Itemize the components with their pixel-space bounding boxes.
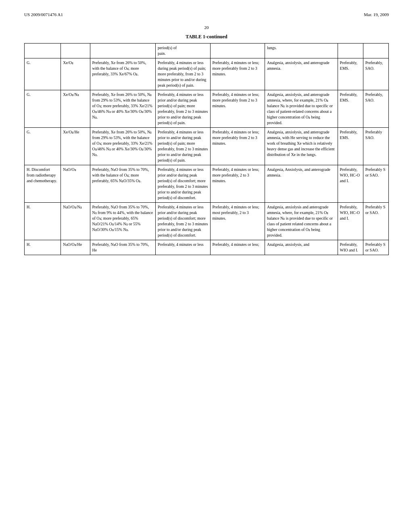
cont-col6: lungs. [265,44,338,58]
cell-col1: G. [25,90,61,128]
cont-col3 [90,44,156,58]
cont-col1 [25,44,61,58]
cell-col2: N₂O/O₂ [61,165,90,203]
cell-col8: Preferably S or SAO. [363,240,388,255]
cell-col5: Preferably, 4 minutes or less; more pref… [210,165,265,203]
cell-col2: Xe/O₂ [61,58,90,90]
cell-col1: G. [25,58,61,90]
cell-col3: Preferably, Xe from 26% to 50%, with the… [90,58,156,90]
cell-col2: N₂O/O₂/He [61,240,90,255]
cell-col4: Preferably, 4 minutes or less prior and/… [156,90,210,128]
cont-col2 [61,44,90,58]
cell-col8: Preferably, SAO. [363,58,388,90]
cell-col4: Preferably, 4 minutes or less prior to a… [156,128,210,165]
cell-col6: Analgesia, anxiolysis, and [265,240,338,255]
cell-col5: Preferably, 4 minutes or less; more pref… [210,58,265,90]
cell-col6: Analgesia, anxiolysis, and anterograde a… [265,58,338,90]
cell-col4: Preferably, 4 minutes or less [156,240,210,255]
cell-col5: Preferably, 4 minutes or less; most pref… [210,203,265,240]
cell-col1: H. [25,240,61,255]
table-row: H. N₂O/O₂/N₂ Preferably, N₂O from 35% to… [25,203,389,240]
cell-col6: Analgesia, anxiolysis, and anterograde a… [265,128,338,165]
table-row: H. Discomfort from radiotherapy and chem… [25,165,389,203]
cell-col3: Preferably, N₂O from 35% to 70%, He [90,240,156,255]
cell-col8: Preferably S or SAO. [363,203,388,240]
page-number: 20 [24,25,389,30]
cell-col2: Xe/O₂/N₂ [61,90,90,128]
cell-col3: Preferably, Xe from 26% to 50%, N₂ from … [90,90,156,128]
cell-col7: Preferably, WIO and I. [338,240,363,255]
page-header: US 2009/0071476 A1 Mar. 19, 2009 [24,12,389,17]
cont-col7 [338,44,363,58]
main-table: period(s) ofpain. lungs. G. Xe/O₂ Prefer… [24,43,389,255]
cell-col6: Analgesia, anxiolysis and anterograde am… [265,203,338,240]
table-row: G. Xe/O₂ Preferably, Xe from 26% to 50%,… [25,58,389,90]
cell-col7: Preferably, EMS. [338,90,363,128]
cell-col4: Preferably, 4 minutes or less prior and/… [156,203,210,240]
cell-col8: Preferably SAO. [363,128,388,165]
cont-col4: period(s) ofpain. [156,44,210,58]
cell-col8: Preferably S or SAO. [363,165,388,203]
cell-col6: Analgesia, anxiolysis, and anterograde a… [265,90,338,128]
cont-col8 [363,44,388,58]
cell-col2: N₂O/O₂/N₂ [61,203,90,240]
cell-col7: Preferably, EMS. [338,58,363,90]
cell-col4: Preferably, 4 minutes or less prior and/… [156,165,210,203]
header-left: US 2009/0071476 A1 [24,12,63,17]
cell-col3: Preferably, N₂O from 35% to 70%, with th… [90,165,156,203]
cell-col3: Preferably, Xe from 26% to 50%, N₂ from … [90,128,156,165]
cell-col3: Preferably, N₂O from 35% to 70%, N₂ from… [90,203,156,240]
cell-col7: Preferably, EMS. [338,128,363,165]
cell-col4: Preferably, 4 minutes or less during pea… [156,58,210,90]
cell-col1: G. [25,128,61,165]
cell-col6: Analgesia, Anxiolysis, and anterograde a… [265,165,338,203]
table-row: G. Xe/O₂/N₂ Preferably, Xe from 26% to 5… [25,90,389,128]
header-right: Mar. 19, 2009 [364,12,389,17]
table-row: H. N₂O/O₂/He Preferably, N₂O from 35% to… [25,240,389,255]
cell-col5: Preferably, 4 minutes or less; more pref… [210,128,265,165]
table-row: G. Xe/O₂/He Preferably, Xe from 26% to 5… [25,128,389,165]
cell-col5: Preferably, 4 minutes or less; [210,240,265,255]
cell-col7: Preferably, WIO, HC-O and I. [338,165,363,203]
cell-col1: H. [25,203,61,240]
table-title: TABLE 1-continued [24,34,389,40]
cell-col8: Preferably, SAO. [363,90,388,128]
cell-col7: Preferably, WIO, HC-O and I. [338,203,363,240]
cont-col5 [210,44,265,58]
cell-col2: Xe/O₂/He [61,128,90,165]
cell-col1: H. Discomfort from radiotherapy and chem… [25,165,61,203]
cell-col5: Preferably, 4 minutes or less; more pref… [210,90,265,128]
